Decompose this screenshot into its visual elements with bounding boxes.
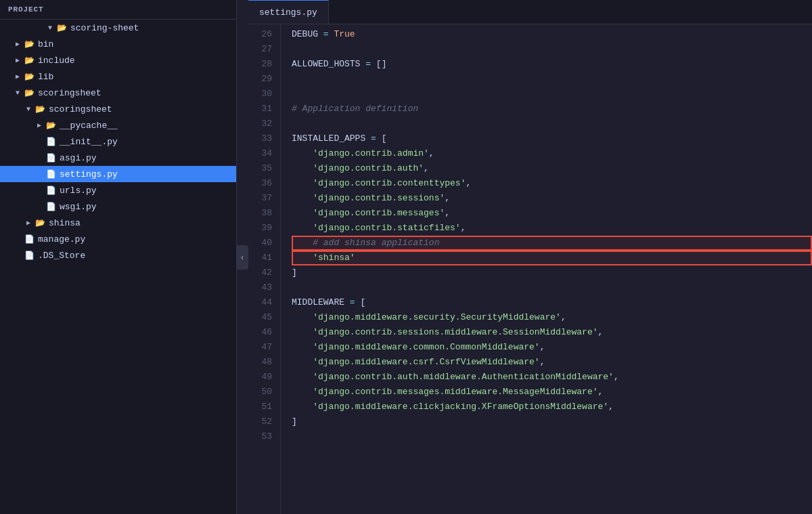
token-op: = <box>365 133 381 144</box>
code-line: ] <box>292 414 812 429</box>
token-op: = <box>344 297 360 307</box>
token-var: DEBUG <box>292 29 318 39</box>
tree-item-label: settings.py <box>60 169 118 179</box>
token-bracket: [ <box>360 297 365 307</box>
token-comma: , <box>598 327 604 337</box>
folder-icon: 📂 <box>35 218 45 228</box>
code-line: 'shinsa' <box>292 251 812 265</box>
token-op <box>292 193 313 203</box>
file-icon: 📄 <box>24 234 35 244</box>
sidebar-item-settings-py[interactable]: 📄settings.py <box>0 166 236 182</box>
token-string: 'django.contrib.sessions' <box>313 193 445 203</box>
line-number: 38 <box>248 206 272 221</box>
line-number: 49 <box>248 370 272 385</box>
token-string: 'django.middleware.clickjacking.XFrameOp… <box>313 402 608 412</box>
line-number: 28 <box>248 57 272 72</box>
code-line <box>292 116 812 131</box>
sidebar-item-manage-py[interactable]: 📄manage.py <box>0 231 236 247</box>
line-number: 27 <box>248 42 272 57</box>
line-number: 41 <box>248 251 272 265</box>
code-line <box>292 72 812 87</box>
line-number: 40 <box>248 236 272 251</box>
line-number: 29 <box>248 72 272 87</box>
sidebar-item-scoringsheet-folder[interactable]: ▼📂scoringsheet <box>0 85 236 101</box>
file-icon: 📄 <box>24 251 35 261</box>
sidebar-item-lib[interactable]: ▶📂lib <box>0 68 236 85</box>
sidebar-collapse-button[interactable]: ‹ <box>236 245 248 270</box>
token-op <box>292 327 313 337</box>
line-number: 39 <box>248 221 272 236</box>
chevron-icon: ▼ <box>46 24 54 32</box>
tree-item-label: wsgi.py <box>60 202 97 212</box>
token-string: 'django.contrib.contenttypes' <box>313 178 466 188</box>
token-comma: , <box>461 223 466 233</box>
line-number: 52 <box>248 414 272 429</box>
token-var: MIDDLEWARE <box>292 297 344 307</box>
folder-icon: 📂 <box>24 72 35 82</box>
code-line: # add shinsa application <box>292 236 812 251</box>
code-line: 'django.contrib.admin', <box>292 146 812 161</box>
line-number: 31 <box>248 102 272 116</box>
line-number: 47 <box>248 340 272 355</box>
line-number: 30 <box>248 87 272 102</box>
tree-item-label: include <box>38 56 75 66</box>
tree-item-label: manage.py <box>38 234 85 244</box>
token-comma: , <box>540 342 545 352</box>
token-comment: # add shinsa application <box>313 238 439 248</box>
tree-item-label: bin <box>38 39 53 49</box>
code-line: 'django.middleware.csrf.CsrfViewMiddlewa… <box>292 355 812 370</box>
tree-item-label: urls.py <box>60 186 97 196</box>
code-content: DEBUG = True ALLOWED_HOSTS = [] # Applic… <box>281 24 812 514</box>
token-bracket: [] <box>376 59 387 69</box>
line-number: 35 <box>248 161 272 176</box>
line-number: 48 <box>248 355 272 370</box>
token-string: 'django.contrib.messages.middleware.Mess… <box>313 387 597 397</box>
token-op <box>292 372 313 382</box>
token-op: = <box>360 59 376 69</box>
code-area[interactable]: 2627282930313233343536373839404142434445… <box>248 24 812 514</box>
sidebar-item-shinsa[interactable]: ▶📂shinsa <box>0 215 236 231</box>
sidebar-item-include[interactable]: ▶📂include <box>0 52 236 68</box>
token-string: 'django.contrib.admin' <box>313 148 429 158</box>
sidebar-item-scoring-sheet-root[interactable]: ▼📂scoring-sheet <box>0 20 236 36</box>
sidebar-item-pycache[interactable]: ▶📂__pycache__ <box>0 117 236 133</box>
tree-item-label: __pycache__ <box>60 121 118 131</box>
code-line: 'django.middleware.clickjacking.XFrameOp… <box>292 400 812 414</box>
sidebar-item-asgi-py[interactable]: 📄asgi.py <box>0 150 236 166</box>
line-numbers: 2627282930313233343536373839404142434445… <box>248 24 281 514</box>
code-line <box>292 429 812 444</box>
code-line: 'django.contrib.contenttypes', <box>292 176 812 191</box>
token-bracket: ] <box>292 267 297 278</box>
token-comment: # Application definition <box>292 104 418 114</box>
line-number: 53 <box>248 429 272 444</box>
chevron-icon: ▶ <box>24 219 32 227</box>
tab-settings-py[interactable]: settings.py <box>248 0 329 24</box>
file-icon: 📄 <box>46 153 56 163</box>
sidebar-item-bin[interactable]: ▶📂bin <box>0 36 236 52</box>
sidebar-item-ds-store[interactable]: 📄.DS_Store <box>0 247 236 263</box>
code-line: 'django.contrib.auth.middleware.Authenti… <box>292 370 812 385</box>
token-string: 'django.contrib.sessions.middleware.Sess… <box>313 327 597 337</box>
line-number: 43 <box>248 280 272 295</box>
tree-item-label: lib <box>38 72 53 82</box>
sidebar-item-scoringsheet-sub[interactable]: ▼📂scoringsheet <box>0 101 236 117</box>
sidebar-item-init-py[interactable]: 📄__init__.py <box>0 133 236 150</box>
line-number: 37 <box>248 191 272 206</box>
line-number: 32 <box>248 116 272 131</box>
folder-icon: 📂 <box>24 88 35 98</box>
code-line: 'django.contrib.staticfiles', <box>292 221 812 236</box>
token-op <box>292 178 313 188</box>
code-line: 'django.contrib.messages.middleware.Mess… <box>292 385 812 400</box>
token-string: 'django.middleware.csrf.CsrfViewMiddlewa… <box>313 357 539 367</box>
token-op <box>292 402 313 412</box>
token-comma: , <box>445 208 450 218</box>
line-number: 44 <box>248 295 272 310</box>
chevron-icon: ▼ <box>24 106 32 113</box>
sidebar-item-wsgi-py[interactable]: 📄wsgi.py <box>0 198 236 215</box>
token-string: 'django.contrib.auth.middleware.Authenti… <box>313 372 614 382</box>
line-number: 33 <box>248 131 272 146</box>
tree-item-label: .DS_Store <box>38 251 85 261</box>
token-op <box>292 253 313 263</box>
sidebar-item-urls-py[interactable]: 📄urls.py <box>0 182 236 198</box>
line-number: 34 <box>248 146 272 161</box>
